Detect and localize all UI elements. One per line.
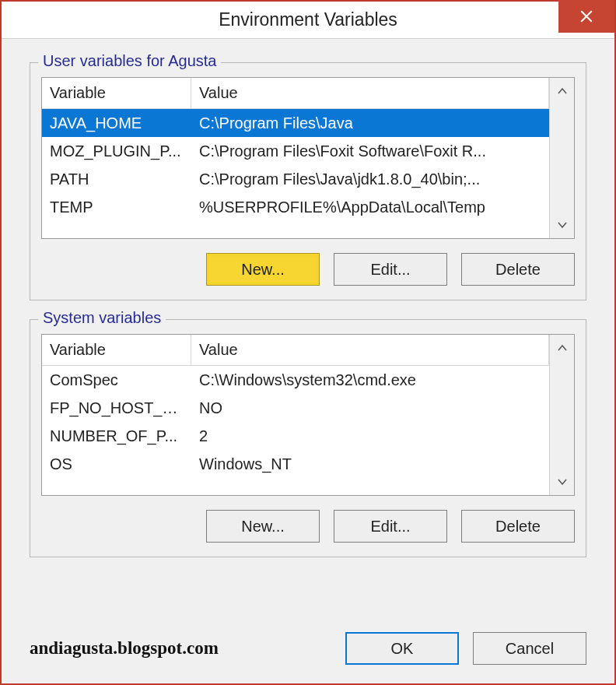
column-header-variable[interactable]: Variable (42, 335, 191, 366)
column-header-value[interactable]: Value (191, 78, 549, 109)
variable-value: C:\Program Files\Foxit Software\Foxit R.… (191, 139, 549, 163)
delete-system-variable-button[interactable]: Delete (461, 510, 575, 543)
system-listview: Variable Value ComSpec C:\Windows\system… (42, 335, 549, 495)
variable-value: NO (191, 396, 549, 420)
system-group-label: System variables (38, 309, 166, 327)
variable-name: MOZ_PLUGIN_P... (42, 139, 191, 163)
system-variables-group: System variables Variable Value ComSpec … (30, 319, 586, 557)
window-title: Environment Variables (2, 9, 614, 30)
variable-name: PATH (42, 167, 191, 191)
column-header-variable[interactable]: Variable (42, 78, 191, 109)
system-buttons-row: New... Edit... Delete (41, 510, 575, 543)
scrollbar-vertical[interactable] (549, 335, 574, 495)
list-body: ComSpec C:\Windows\system32\cmd.exe FP_N… (42, 366, 549, 495)
system-variables-list[interactable]: Variable Value ComSpec C:\Windows\system… (41, 334, 575, 496)
variable-name: FP_NO_HOST_C... (42, 396, 191, 420)
user-listview: Variable Value JAVA_HOME C:\Program File… (42, 78, 549, 238)
variable-name: NUMBER_OF_P... (42, 424, 191, 448)
variable-name: OS (42, 452, 191, 476)
close-icon (579, 9, 593, 23)
scroll-up-arrow-icon[interactable] (550, 335, 574, 361)
cancel-button[interactable]: Cancel (473, 632, 586, 665)
table-row[interactable]: ComSpec C:\Windows\system32\cmd.exe (42, 366, 549, 394)
dialog-footer: andiagusta.blogspot.com OK Cancel (2, 629, 614, 683)
variable-value: C:\Windows\system32\cmd.exe (191, 368, 549, 392)
variable-value: %USERPROFILE%\AppData\Local\Temp (191, 195, 549, 220)
variable-value: C:\Program Files\Java (191, 111, 549, 135)
user-variables-group: User variables for Agusta Variable Value… (30, 62, 586, 300)
dialog-buttons: OK Cancel (345, 632, 586, 665)
variable-name: TEMP (42, 195, 191, 220)
list-header: Variable Value (42, 78, 549, 109)
user-variables-list[interactable]: Variable Value JAVA_HOME C:\Program File… (41, 77, 575, 239)
ok-button[interactable]: OK (345, 632, 459, 665)
table-row[interactable]: TEMP %USERPROFILE%\AppData\Local\Temp (42, 193, 549, 221)
variable-name: JAVA_HOME (42, 111, 191, 135)
user-group-label: User variables for Agusta (38, 52, 221, 70)
variable-value: Windows_NT (191, 452, 549, 476)
scrollbar-vertical[interactable] (549, 78, 574, 238)
watermark-text: andiagusta.blogspot.com (30, 638, 219, 659)
delete-user-variable-button[interactable]: Delete (461, 253, 575, 286)
close-button[interactable] (558, 0, 614, 33)
edit-user-variable-button[interactable]: Edit... (334, 253, 447, 286)
variable-value: 2 (191, 424, 549, 448)
variable-value: C:\Program Files\Java\jdk1.8.0_40\bin;..… (191, 167, 549, 191)
user-buttons-row: New... Edit... Delete (41, 253, 575, 286)
table-row[interactable]: MOZ_PLUGIN_P... C:\Program Files\Foxit S… (42, 137, 549, 165)
edit-system-variable-button[interactable]: Edit... (334, 510, 447, 543)
list-header: Variable Value (42, 335, 549, 366)
table-row[interactable]: OS Windows_NT (42, 450, 549, 478)
scroll-up-arrow-icon[interactable] (550, 78, 574, 104)
table-row[interactable]: FP_NO_HOST_C... NO (42, 394, 549, 422)
table-row[interactable]: JAVA_HOME C:\Program Files\Java (42, 109, 549, 137)
list-body: JAVA_HOME C:\Program Files\Java MOZ_PLUG… (42, 109, 549, 238)
scroll-down-arrow-icon[interactable] (550, 469, 574, 495)
scroll-down-arrow-icon[interactable] (550, 212, 574, 238)
dialog-content: User variables for Agusta Variable Value… (2, 39, 614, 629)
table-row[interactable]: NUMBER_OF_P... 2 (42, 422, 549, 450)
variable-name: ComSpec (42, 368, 191, 392)
table-row[interactable]: PATH C:\Program Files\Java\jdk1.8.0_40\b… (42, 165, 549, 193)
new-user-variable-button[interactable]: New... (206, 253, 320, 286)
column-header-value[interactable]: Value (191, 335, 549, 366)
new-system-variable-button[interactable]: New... (206, 510, 320, 543)
environment-variables-dialog: Environment Variables User variables for… (0, 0, 616, 685)
titlebar: Environment Variables (2, 2, 614, 39)
